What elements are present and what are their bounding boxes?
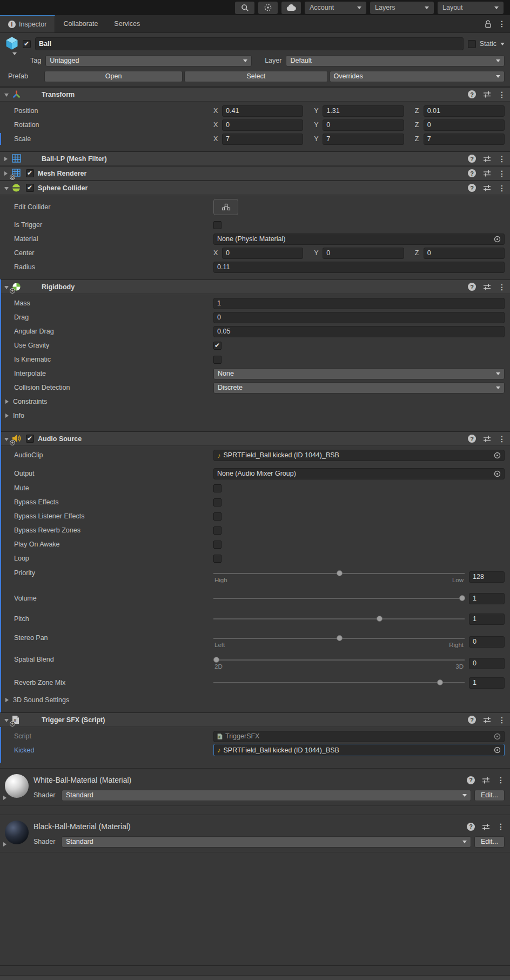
spatial-blend-slider[interactable]: 2D 3D [213, 654, 465, 672]
foldout-collapsed-icon[interactable] [3, 796, 6, 800]
mute-checkbox[interactable] [213, 484, 222, 492]
static-dropdown-icon[interactable] [500, 43, 505, 45]
volume-slider[interactable] [213, 592, 465, 604]
pitch-slider[interactable] [213, 613, 465, 625]
edit-collider-button[interactable] [213, 199, 238, 215]
gameobject-active-checkbox[interactable] [23, 40, 31, 48]
object-picker-icon[interactable] [494, 746, 501, 754]
position-x-field[interactable]: 0.41 [222, 105, 303, 117]
stereo-pan-value-field[interactable]: 0 [469, 636, 505, 648]
mesh-renderer-enabled-checkbox[interactable] [26, 169, 34, 177]
transform-header[interactable]: Transform ? ⋮ [0, 87, 510, 102]
shader-edit-button[interactable]: Edit... [474, 790, 505, 801]
position-z-field[interactable]: 0.01 [424, 105, 505, 117]
gizmo-button[interactable] [258, 2, 278, 14]
center-x-field[interactable]: 0 [222, 248, 303, 259]
output-field[interactable]: None (Audio Mixer Group) [213, 468, 505, 479]
priority-slider[interactable]: High Low [213, 568, 465, 586]
interpolate-dropdown[interactable]: None [213, 368, 505, 379]
bypass-effects-checkbox[interactable] [213, 498, 222, 506]
drag-field[interactable]: 0 [213, 312, 505, 323]
slider-thumb[interactable] [437, 679, 443, 685]
kicked-field[interactable]: ♪ SPRTField_Ball kicked (ID 1044)_BSB [213, 744, 505, 756]
stereo-pan-slider[interactable]: Left Right [213, 632, 465, 651]
volume-value-field[interactable]: 1 [469, 593, 505, 604]
foldout-collapsed-icon[interactable] [4, 171, 8, 176]
physic-material-field[interactable]: None (Physic Material) [213, 234, 505, 245]
sphere-collider-header[interactable]: Sphere Collider ? ⋮ [0, 181, 510, 195]
shader-edit-button[interactable]: Edit... [474, 836, 505, 848]
tab-services[interactable]: Services [106, 15, 148, 32]
bypass-listener-effects-checkbox[interactable] [213, 512, 222, 521]
account-dropdown[interactable]: Account [305, 2, 366, 14]
search-button[interactable] [235, 2, 254, 14]
rigidbody-header[interactable]: + Rigidbody ? ⋮ [0, 279, 510, 294]
tab-collaborate[interactable]: Collaborate [55, 15, 106, 32]
mesh-renderer-header[interactable]: o Mesh Renderer ? ⋮ [0, 166, 510, 181]
kebab-icon[interactable]: ⋮ [498, 184, 506, 192]
center-z-field[interactable]: 0 [424, 248, 505, 259]
scale-z-field[interactable]: 7 [424, 134, 505, 145]
kebab-icon[interactable]: ⋮ [498, 155, 506, 163]
scale-y-field[interactable]: 7 [323, 134, 404, 145]
help-icon[interactable]: ? [467, 823, 475, 831]
presets-icon[interactable] [482, 777, 490, 784]
angular-drag-field[interactable]: 0.05 [213, 326, 505, 337]
presets-icon[interactable] [483, 184, 491, 191]
info-foldout[interactable]: Info [0, 410, 510, 422]
presets-icon[interactable] [483, 91, 491, 98]
help-icon[interactable]: ? [468, 435, 476, 443]
audioclip-field[interactable]: ♪ SPRTField_Ball kicked (ID 1044)_BSB [213, 450, 505, 461]
prefab-select-button[interactable]: Select [184, 71, 327, 82]
play-on-awake-checkbox[interactable] [213, 541, 222, 549]
gameobject-icon-cube[interactable] [4, 36, 23, 52]
slider-thumb[interactable] [213, 657, 219, 663]
presets-icon[interactable] [483, 170, 491, 177]
kebab-icon[interactable]: ⋮ [498, 716, 506, 724]
shader-dropdown[interactable]: Standard [62, 790, 471, 801]
prefab-overrides-dropdown[interactable]: Overrides [330, 71, 505, 82]
object-picker-icon[interactable] [494, 452, 501, 459]
help-icon[interactable]: ? [468, 716, 476, 724]
presets-icon[interactable] [483, 283, 491, 290]
loop-checkbox[interactable] [213, 555, 222, 563]
slider-thumb[interactable] [459, 595, 465, 601]
object-picker-icon[interactable] [494, 733, 501, 740]
kebab-icon[interactable]: ⋮ [498, 283, 506, 291]
center-y-field[interactable]: 0 [323, 248, 404, 259]
pitch-value-field[interactable]: 1 [469, 614, 505, 625]
sound-settings-foldout[interactable]: 3D Sound Settings [0, 694, 510, 706]
slider-thumb[interactable] [377, 616, 382, 622]
reverb-zone-mix-slider[interactable] [213, 677, 465, 689]
is-kinematic-checkbox[interactable] [213, 356, 222, 364]
audio-source-header[interactable]: + Audio Source ? ⋮ [0, 431, 510, 446]
foldout-expanded-icon[interactable] [4, 438, 9, 441]
prefab-open-button[interactable]: Open [44, 71, 183, 82]
kebab-icon[interactable]: ⋮ [498, 20, 506, 28]
foldout-collapsed-icon[interactable] [4, 157, 8, 161]
bypass-reverb-zones-checkbox[interactable] [213, 526, 222, 535]
kebab-icon[interactable]: ⋮ [498, 91, 506, 98]
is-trigger-checkbox[interactable] [213, 221, 222, 229]
lock-icon[interactable] [485, 20, 492, 28]
radius-field[interactable]: 0.11 [213, 262, 505, 273]
tag-dropdown[interactable]: Untagged [45, 55, 252, 66]
gameobject-name-field[interactable]: Ball [35, 37, 464, 50]
help-icon[interactable]: ? [468, 184, 476, 192]
layout-dropdown[interactable]: Layout [438, 2, 504, 14]
kebab-icon[interactable]: ⋮ [498, 170, 506, 177]
presets-icon[interactable] [483, 155, 491, 162]
use-gravity-checkbox[interactable] [213, 342, 222, 350]
kebab-icon[interactable]: ⋮ [498, 435, 506, 443]
presets-icon[interactable] [483, 716, 491, 723]
material-preview-sphere[interactable] [5, 774, 29, 798]
help-icon[interactable]: ? [468, 155, 476, 163]
layer-dropdown[interactable]: Default [286, 55, 505, 66]
rotation-x-field[interactable]: 0 [222, 119, 303, 131]
object-picker-icon[interactable] [494, 470, 501, 477]
foldout-expanded-icon[interactable] [4, 719, 9, 722]
mesh-filter-header[interactable]: Ball-LP (Mesh Filter) ? ⋮ [0, 151, 510, 166]
slider-thumb[interactable] [337, 570, 343, 576]
kebab-icon[interactable]: ⋮ [497, 776, 505, 784]
audio-source-enabled-checkbox[interactable] [26, 435, 34, 443]
